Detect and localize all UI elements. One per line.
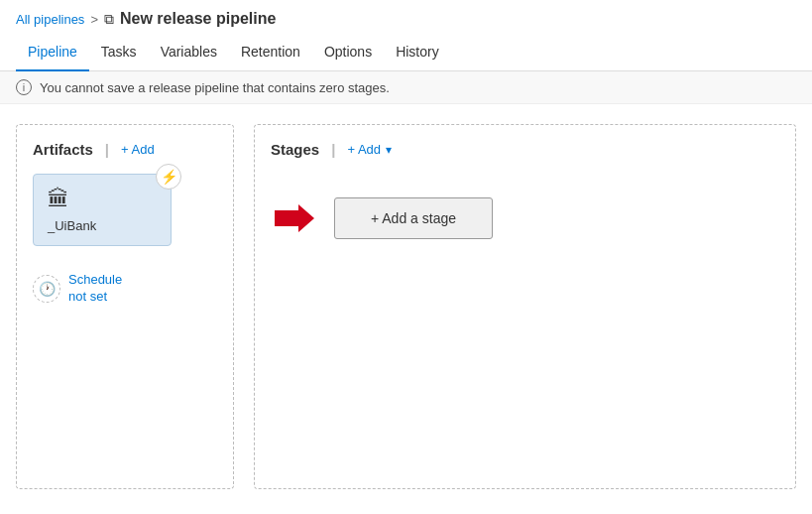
tab-history[interactable]: History xyxy=(384,34,451,71)
all-pipelines-link[interactable]: All pipelines xyxy=(16,12,84,27)
page-title: New release pipeline xyxy=(120,10,276,28)
artifact-name: _UiBank xyxy=(48,218,96,233)
add-a-stage-label: + Add a stage xyxy=(371,210,456,226)
info-icon: i xyxy=(16,79,32,95)
add-stage-header-label: + Add xyxy=(347,142,381,157)
artifacts-title: Artifacts xyxy=(33,141,93,158)
alert-bar: i You cannot save a release pipeline tha… xyxy=(0,71,812,104)
svg-marker-0 xyxy=(275,204,314,232)
artifacts-header: Artifacts | + Add xyxy=(33,141,217,158)
alert-message: You cannot save a release pipeline that … xyxy=(40,80,390,95)
chevron-down-icon[interactable]: ▾ xyxy=(386,143,392,157)
pipeline-canvas: Artifacts | + Add 🏛 _UiBank ⚡ 🕐 Schedule… xyxy=(0,104,812,509)
pipeline-icon: ⧉ xyxy=(104,11,114,28)
schedule-label-line1: Schedule xyxy=(68,272,122,289)
breadcrumb: All pipelines > ⧉ New release pipeline xyxy=(0,0,812,34)
add-artifact-button[interactable]: + Add xyxy=(121,142,155,157)
artifact-icon: 🏛 xyxy=(48,187,69,212)
add-a-stage-button[interactable]: + Add a stage xyxy=(334,197,493,239)
tab-bar: Pipeline Tasks Variables Retention Optio… xyxy=(0,34,812,71)
clock-icon: 🕐 xyxy=(33,275,60,303)
tab-tasks[interactable]: Tasks xyxy=(89,34,149,71)
add-stage-header-button[interactable]: + Add ▾ xyxy=(347,142,392,157)
lightning-badge[interactable]: ⚡ xyxy=(156,164,181,190)
tab-variables[interactable]: Variables xyxy=(149,34,229,71)
schedule-block[interactable]: 🕐 Schedule not set xyxy=(33,272,217,306)
stage-area: + Add a stage xyxy=(271,197,779,239)
arrow-connector xyxy=(271,200,318,236)
breadcrumb-separator: > xyxy=(90,12,98,27)
tab-options[interactable]: Options xyxy=(312,34,384,71)
artifacts-panel: Artifacts | + Add 🏛 _UiBank ⚡ 🕐 Schedule… xyxy=(16,124,234,489)
tab-pipeline[interactable]: Pipeline xyxy=(16,34,89,71)
stages-header-separator: | xyxy=(331,141,335,158)
tab-retention[interactable]: Retention xyxy=(229,34,312,71)
schedule-label-line2: not set xyxy=(68,289,122,306)
stages-panel: Stages | + Add ▾ + Add a stage xyxy=(254,124,796,489)
stages-title: Stages xyxy=(271,141,319,158)
stages-header: Stages | + Add ▾ xyxy=(271,141,779,158)
artifact-card[interactable]: 🏛 _UiBank xyxy=(33,174,172,246)
header-separator: | xyxy=(105,141,109,158)
